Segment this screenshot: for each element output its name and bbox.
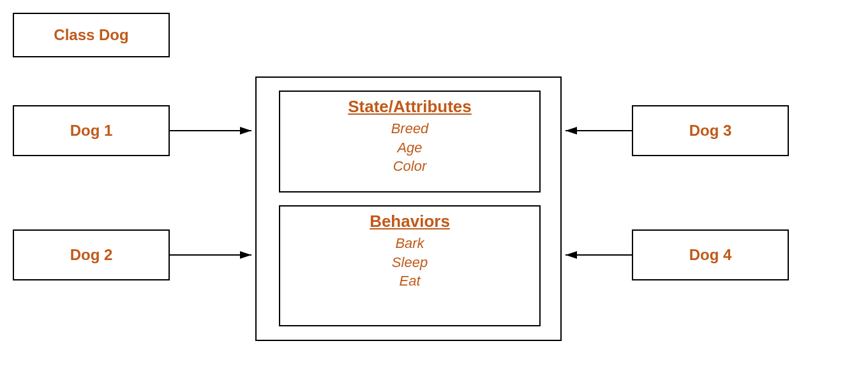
arrow-dog4 [562, 249, 635, 261]
dog4-box: Dog 4 [632, 229, 789, 280]
attributes-title: State/Attributes [287, 97, 533, 117]
attribute-item: Breed [287, 119, 533, 138]
behaviors-box: Behaviors Bark Sleep Eat [279, 205, 541, 326]
dog2-label: Dog 2 [70, 246, 113, 264]
dog2-box: Dog 2 [13, 229, 170, 280]
arrow-dog3 [562, 124, 635, 137]
dog1-label: Dog 1 [70, 122, 113, 140]
class-dog-label: Class Dog [54, 26, 128, 44]
dog3-box: Dog 3 [632, 105, 789, 156]
dog1-box: Dog 1 [13, 105, 170, 156]
dog3-label: Dog 3 [689, 122, 732, 140]
behaviors-title: Behaviors [287, 212, 533, 231]
behavior-item: Bark [287, 234, 533, 253]
behavior-item: Sleep [287, 253, 533, 272]
class-body-container: State/Attributes Breed Age Color Behavio… [255, 76, 562, 341]
attribute-item: Color [287, 157, 533, 176]
dog4-label: Dog 4 [689, 246, 732, 264]
attribute-item: Age [287, 138, 533, 157]
attributes-box: State/Attributes Breed Age Color [279, 91, 541, 192]
behavior-item: Eat [287, 272, 533, 291]
arrow-dog2 [170, 249, 259, 261]
class-dog-box: Class Dog [13, 13, 170, 57]
arrow-dog1 [170, 124, 259, 137]
